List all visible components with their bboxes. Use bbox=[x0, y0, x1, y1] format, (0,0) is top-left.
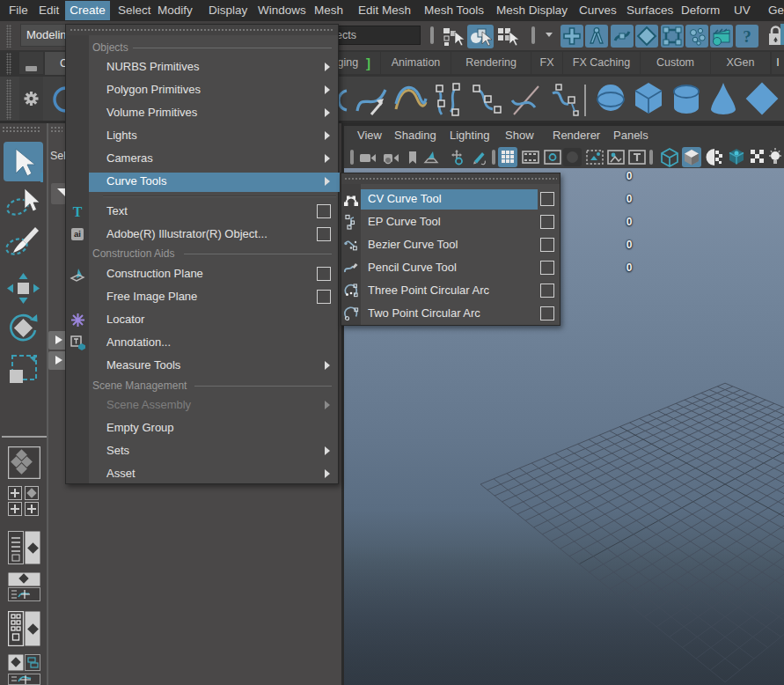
svg-text:?: ? bbox=[743, 27, 751, 46]
svg-text:T: T bbox=[73, 204, 83, 218]
